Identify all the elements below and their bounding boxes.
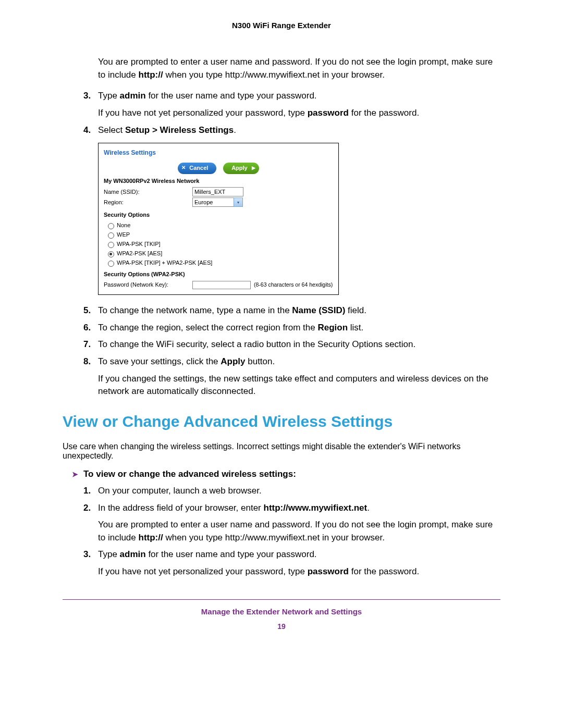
region-label: Region: [104, 199, 192, 207]
radio-icon [108, 261, 114, 267]
step-number: 3. [83, 90, 91, 103]
radio-label: WPA2-PSK [AES] [117, 250, 162, 258]
bold-text: Name (SSID) [292, 305, 345, 315]
text: when you type http://www.mywifiext.net i… [163, 533, 385, 542]
bold-text: Apply [221, 356, 245, 366]
step-number: 4. [83, 124, 91, 137]
arrow-right-icon: ▶ [252, 165, 255, 171]
chevron-right-icon: ➤ [72, 470, 78, 478]
step-number: 7. [83, 338, 91, 351]
close-icon: ✕ [181, 164, 186, 172]
footer-rule [63, 599, 500, 600]
radio-mixed[interactable]: WPA-PSK [TKIP] + WPA2-PSK [AES] [108, 259, 333, 267]
advanced-intro: Use care when changing the wireless sett… [63, 442, 500, 461]
bold-text: Setup > Wireless Settings [125, 125, 234, 135]
text: If you have not yet personalized your pa… [98, 566, 308, 576]
page-number: 19 [63, 622, 500, 631]
text: when you type http://www.mywifiext.net i… [163, 70, 385, 80]
step-6: 6. To change the region, select the corr… [83, 322, 500, 335]
doc-header: N300 WiFi Range Extender [63, 21, 500, 30]
text: To save your settings, click the [98, 356, 221, 366]
network-section-label: My WN3000RPv2 Wireless Network [104, 177, 333, 186]
footer-chapter: Manage the Extender Network and Settings [63, 607, 500, 616]
password-hint: (8-63 characters or 64 hexdigits) [254, 281, 333, 289]
intro-paragraph: You are prompted to enter a user name an… [98, 56, 500, 81]
text: for the user name and type your password… [146, 91, 317, 101]
text: If you changed the settings, the new set… [98, 373, 500, 398]
adv-step-1: 1. On your computer, launch a web browse… [83, 485, 500, 498]
text: Type [98, 91, 120, 101]
wireless-settings-screenshot: Wireless Settings ✕Cancel Apply▶ My WN30… [98, 143, 339, 295]
step-4: 4. Select Setup > Wireless Settings. Wir… [83, 124, 500, 295]
text: button. [246, 356, 275, 366]
step-number: 3. [83, 548, 91, 561]
text: On your computer, launch a web browser. [98, 486, 262, 496]
radio-label: None [117, 221, 130, 230]
text: . [234, 125, 236, 135]
ssid-input[interactable]: Millers_EXT [192, 187, 243, 196]
radio-icon [108, 242, 114, 248]
step-number: 8. [83, 355, 91, 368]
radio-label: WPA-PSK [TKIP] [117, 240, 161, 249]
password-input[interactable] [192, 281, 251, 289]
security-options-label: Security Options [104, 211, 333, 219]
button-label: Apply [231, 165, 248, 171]
radio-icon [108, 251, 114, 257]
text: field. [345, 305, 366, 315]
text: . [367, 503, 370, 513]
radio-label: WEP [117, 231, 130, 239]
step-5: 5. To change the network name, type a na… [83, 304, 500, 317]
bold-text: Region [317, 323, 348, 332]
task-text: To view or change the advanced wireless … [83, 469, 296, 479]
cancel-button[interactable]: ✕Cancel [178, 163, 216, 174]
text: for the user name and type your password… [146, 549, 317, 559]
panel-title: Wireless Settings [104, 149, 333, 157]
adv-step-3: 3. Type admin for the user name and type… [83, 548, 500, 578]
radio-wep[interactable]: WEP [108, 231, 333, 239]
region-select[interactable]: Europe [192, 198, 234, 207]
step-number: 5. [83, 304, 91, 317]
radio-wpa-tkip[interactable]: WPA-PSK [TKIP] [108, 240, 333, 249]
security-wpa2-label: Security Options (WPA2-PSK) [104, 270, 333, 279]
text: Select [98, 125, 125, 135]
bold-text: admin [120, 549, 146, 559]
text: To change the network name, type a name … [98, 305, 292, 315]
text: To change the WiFi security, select a ra… [98, 339, 415, 349]
radio-icon [108, 232, 114, 239]
bold-text: http://www.mywifiext.net [264, 503, 368, 513]
task-heading: ➤ To view or change the advanced wireles… [72, 469, 500, 479]
bold-text: http:// [139, 70, 163, 80]
step-number: 6. [83, 322, 91, 335]
password-label: Password (Network Key): [104, 281, 192, 289]
apply-button[interactable]: Apply▶ [223, 163, 259, 174]
radio-icon [108, 223, 114, 229]
button-label: Cancel [189, 165, 208, 171]
bold-text: password [308, 566, 349, 576]
section-heading: View or Change Advanced Wireless Setting… [63, 413, 500, 430]
step-3: 3. Type admin for the user name and type… [83, 90, 500, 119]
bold-text: admin [120, 91, 146, 101]
radio-wpa2-aes[interactable]: WPA2-PSK [AES] [108, 250, 333, 258]
bold-text: http:// [139, 533, 163, 542]
radio-none[interactable]: None [108, 221, 333, 230]
ssid-label: Name (SSID): [104, 188, 192, 196]
text: To change the region, select the correct… [98, 323, 317, 332]
text: for the password. [349, 566, 419, 576]
adv-step-2: 2. In the address field of your browser,… [83, 502, 500, 545]
text: If you have not yet personalized your pa… [98, 108, 308, 118]
chevron-down-icon[interactable]: ▾ [234, 198, 243, 207]
step-number: 1. [83, 485, 91, 498]
radio-label: WPA-PSK [TKIP] + WPA2-PSK [AES] [117, 259, 212, 267]
text: In the address field of your browser, en… [98, 503, 264, 513]
bold-text: password [308, 108, 349, 118]
step-8: 8. To save your settings, click the Appl… [83, 355, 500, 398]
text: list. [348, 323, 363, 332]
text: Type [98, 549, 120, 559]
text: for the password. [349, 108, 419, 118]
step-number: 2. [83, 502, 91, 515]
step-7: 7. To change the WiFi security, select a… [83, 338, 500, 351]
